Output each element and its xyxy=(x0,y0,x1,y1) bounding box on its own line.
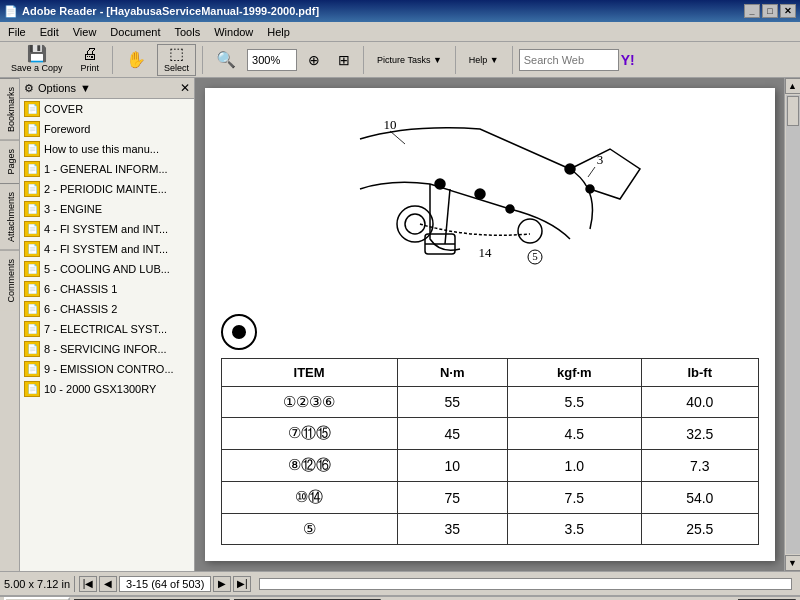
select-tool-button[interactable]: ⬚ Select xyxy=(157,44,196,76)
picture-tasks-label: Picture Tasks ▼ xyxy=(377,55,442,65)
table-cell-lbft-4: 25.5 xyxy=(642,514,758,545)
tab-attachments[interactable]: Attachments xyxy=(0,183,19,250)
table-row: ⑦⑪⑮454.532.5 xyxy=(221,418,758,450)
menu-file[interactable]: File xyxy=(4,24,30,40)
table-cell-nm-4: 35 xyxy=(397,514,507,545)
sidebar-close-button[interactable]: ✕ xyxy=(180,81,190,95)
pdf-page: 10 3 5 5 14 xyxy=(205,88,775,561)
svg-point-2 xyxy=(518,219,542,243)
menu-document[interactable]: Document xyxy=(106,24,164,40)
sidebar-item-8[interactable]: 📄5 - COOLING AND LUB... xyxy=(20,259,194,279)
hand-tool-button[interactable]: ✋ xyxy=(119,44,153,76)
sidebar-item-label-7: 4 - FI SYSTEM and INT... xyxy=(44,243,168,255)
save-icon: 💾 xyxy=(27,46,47,62)
menu-bar: File Edit View Document Tools Window Hel… xyxy=(0,22,800,42)
svg-point-6 xyxy=(565,164,575,174)
zoom-in-button[interactable]: ⊕ xyxy=(301,44,327,76)
scroll-down-button[interactable]: ▼ xyxy=(785,555,801,571)
next-page-button[interactable]: ▶ xyxy=(213,576,231,592)
toolbar: 💾 Save a Copy 🖨 Print ✋ ⬚ Select 🔍 300% … xyxy=(0,42,800,78)
sidebar-item-label-12: 8 - SERVICING INFOR... xyxy=(44,343,167,355)
tab-pages[interactable]: Pages xyxy=(0,140,19,183)
fit-icon: ⊞ xyxy=(338,52,350,68)
sidebar-item-icon-3: 📄 xyxy=(24,161,40,177)
print-button[interactable]: 🖨 Print xyxy=(74,44,107,76)
engine-diagram: 10 3 5 5 14 xyxy=(330,109,650,299)
zoom-out-button[interactable]: 🔍 xyxy=(209,44,243,76)
minimize-button[interactable]: _ xyxy=(744,4,760,18)
table-row: ⑩⑭757.554.0 xyxy=(221,482,758,514)
toolbar-separator-3 xyxy=(363,46,364,74)
scroll-up-button[interactable]: ▲ xyxy=(785,78,801,94)
tab-comments[interactable]: Comments xyxy=(0,250,19,311)
last-page-button[interactable]: ▶| xyxy=(233,576,251,592)
sidebar-item-label-9: 6 - CHASSIS 1 xyxy=(44,283,117,295)
page-number-display: 3-15 (64 of 503) xyxy=(119,576,211,592)
svg-line-9 xyxy=(390,131,405,144)
sidebar-item-icon-4: 📄 xyxy=(24,181,40,197)
sidebar-item-6[interactable]: 📄4 - FI SYSTEM and INT... xyxy=(20,219,194,239)
svg-line-10 xyxy=(588,167,595,177)
sidebar-item-12[interactable]: 📄8 - SERVICING INFOR... xyxy=(20,339,194,359)
close-button[interactable]: ✕ xyxy=(780,4,796,18)
maximize-button[interactable]: □ xyxy=(762,4,778,18)
taskbar: 🪟 Start 🌐 Lycos Mail - Mozilla Fir... 📄 … xyxy=(0,595,800,600)
sidebar-item-icon-12: 📄 xyxy=(24,341,40,357)
window-title: Adobe Reader - [HayabusaServiceManual-19… xyxy=(22,5,319,17)
horizontal-scrollbar[interactable] xyxy=(259,578,792,590)
table-row: ①②③⑥555.540.0 xyxy=(221,387,758,418)
menu-edit[interactable]: Edit xyxy=(36,24,63,40)
scroll-track[interactable] xyxy=(786,95,800,554)
save-copy-button[interactable]: 💾 Save a Copy xyxy=(4,44,70,76)
sidebar-item-2[interactable]: 📄How to use this manu... xyxy=(20,139,194,159)
print-label: Print xyxy=(81,63,100,73)
sidebar-item-10[interactable]: 📄6 - CHASSIS 2 xyxy=(20,299,194,319)
table-cell-item-3: ⑩⑭ xyxy=(221,482,397,514)
table-header-kgf: kgf·m xyxy=(507,359,641,387)
search-web-input[interactable] xyxy=(524,54,614,66)
prev-page-button[interactable]: ◀ xyxy=(99,576,117,592)
menu-view[interactable]: View xyxy=(69,24,101,40)
torque-table: ITEM N·m kgf·m lb-ft ①②③⑥555.540.0⑦⑪⑮454… xyxy=(221,358,759,545)
sidebar-item-7[interactable]: 📄4 - FI SYSTEM and INT... xyxy=(20,239,194,259)
menu-window[interactable]: Window xyxy=(210,24,257,40)
sidebar-item-3[interactable]: 📄1 - GENERAL INFORM... xyxy=(20,159,194,179)
sidebar-item-icon-13: 📄 xyxy=(24,361,40,377)
sidebar-item-13[interactable]: 📄9 - EMISSION CONTRO... xyxy=(20,359,194,379)
sidebar-options-button[interactable]: ⚙ Options ▼ xyxy=(24,82,91,95)
search-web-box[interactable] xyxy=(519,49,619,71)
table-cell-kgf-4: 3.5 xyxy=(507,514,641,545)
vertical-scrollbar[interactable]: ▲ ▼ xyxy=(784,78,800,571)
picture-tasks-button[interactable]: Picture Tasks ▼ xyxy=(370,44,449,76)
fit-page-button[interactable]: ⊞ xyxy=(331,44,357,76)
save-copy-label: Save a Copy xyxy=(11,63,63,73)
sidebar-item-1[interactable]: 📄Foreword xyxy=(20,119,194,139)
table-cell-item-4: ⑤ xyxy=(221,514,397,545)
table-cell-kgf-1: 4.5 xyxy=(507,418,641,450)
scroll-thumb[interactable] xyxy=(787,96,799,126)
table-cell-lbft-2: 7.3 xyxy=(642,450,758,482)
tab-bookmarks[interactable]: Bookmarks xyxy=(0,78,19,140)
diagram-area: 10 3 5 5 14 xyxy=(221,104,759,304)
print-icon: 🖨 xyxy=(82,46,98,62)
sidebar-item-5[interactable]: 📄3 - ENGINE xyxy=(20,199,194,219)
sidebar-item-label-1: Foreword xyxy=(44,123,90,135)
sidebar-item-14[interactable]: 📄10 - 2000 GSX1300RY xyxy=(20,379,194,399)
sidebar-item-icon-8: 📄 xyxy=(24,261,40,277)
help-button[interactable]: Help ▼ xyxy=(462,44,506,76)
bottom-navigation-bar: 5.00 x 7.12 in |◀ ◀ 3-15 (64 of 503) ▶ ▶… xyxy=(0,571,800,595)
table-cell-lbft-3: 54.0 xyxy=(642,482,758,514)
options-arrow-icon: ▼ xyxy=(80,82,91,94)
menu-tools[interactable]: Tools xyxy=(171,24,205,40)
sidebar-item-label-6: 4 - FI SYSTEM and INT... xyxy=(44,223,168,235)
sidebar-item-4[interactable]: 📄2 - PERIODIC MAINTE... xyxy=(20,179,194,199)
first-page-button[interactable]: |◀ xyxy=(79,576,97,592)
sidebar-item-9[interactable]: 📄6 - CHASSIS 1 xyxy=(20,279,194,299)
table-cell-kgf-3: 7.5 xyxy=(507,482,641,514)
menu-help[interactable]: Help xyxy=(263,24,294,40)
sidebar-item-label-11: 7 - ELECTRICAL SYST... xyxy=(44,323,167,335)
sidebar-item-0[interactable]: 📄COVER xyxy=(20,99,194,119)
callout-3: 3 xyxy=(596,152,603,167)
sidebar-item-11[interactable]: 📄7 - ELECTRICAL SYST... xyxy=(20,319,194,339)
app-icon: 📄 xyxy=(4,5,18,18)
